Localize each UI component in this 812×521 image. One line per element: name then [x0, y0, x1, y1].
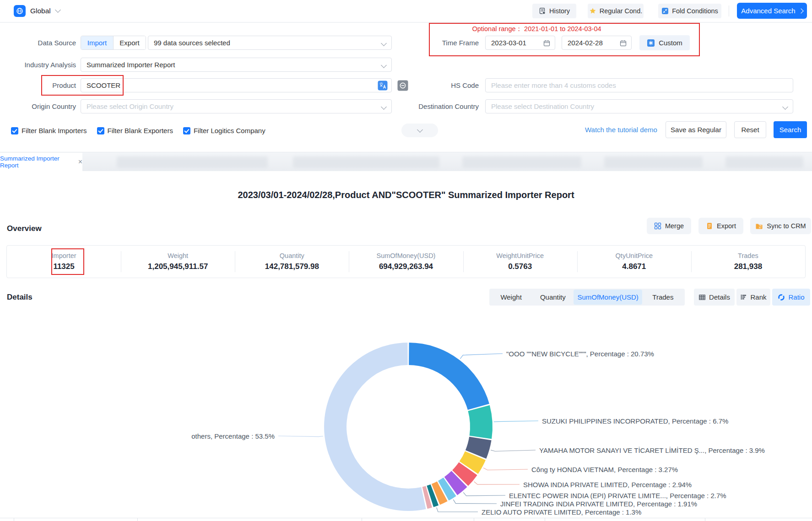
chart-leader-line [437, 508, 478, 512]
chart-leader-line [278, 436, 323, 437]
donut-segment[interactable] [468, 405, 493, 439]
chart-leader-line [491, 450, 536, 451]
chart-label: Công ty HONDA VIETNAM, Percentage : 3.27… [531, 466, 678, 473]
chart-label: ZELIO AUTO PRIVATE LIMITED, Percentage :… [482, 508, 641, 516]
chart-label: ELENTEC POWER INDIA (EPI) PRIVATE LIMITE… [509, 492, 726, 500]
chart-label: "OOO ""NEW BICYCLE""", Percentage : 20.7… [506, 350, 654, 358]
donut-chart [0, 0, 812, 521]
chart-label: YAMAHA MOTOR SANAYI VE TİCARET LİMİTED Ş… [539, 446, 765, 454]
chart-label: SHOWA INDIA PRIVATE LIMITED, Percentage … [523, 481, 692, 489]
table-edge-tick [137, 518, 138, 521]
chart-label: JINFEI TRADING INDIA PRIVATE LIMITED, Pe… [500, 500, 697, 508]
table-edge-tick [362, 518, 362, 521]
table-edge-tick [474, 518, 474, 521]
chart-label: SUZUKI PHILIPPINES INCORPORATED, Percent… [542, 417, 728, 425]
donut-segment[interactable] [409, 343, 489, 410]
chart-label: others, Percentage : 53.5% [191, 432, 275, 440]
next-section-edge [0, 518, 812, 521]
chart-leader-line [460, 354, 503, 359]
chart-leader-line [474, 482, 520, 484]
chart-leader-line [463, 492, 505, 496]
app-window: Global History Regular Cond. Fold Con [0, 0, 812, 521]
importer-ratio-chart-section: "OOO ""NEW BICYCLE""", Percentage : 20.7… [0, 0, 812, 521]
chart-leader-line [483, 468, 528, 470]
table-edge-tick [14, 518, 14, 521]
table-edge-tick [705, 518, 705, 521]
chart-leader-line [453, 500, 497, 504]
table-edge-tick [545, 518, 545, 521]
donut-segment[interactable] [324, 343, 426, 511]
chart-leader-line [494, 421, 538, 422]
